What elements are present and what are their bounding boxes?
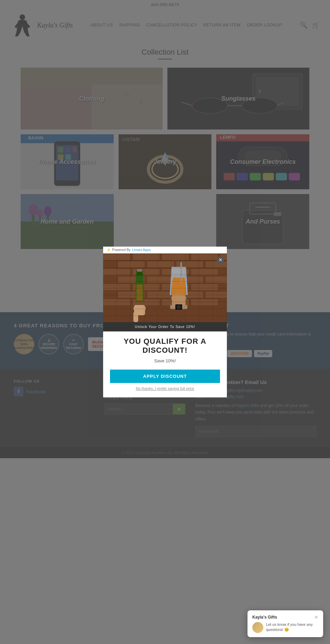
svg-rect-72	[132, 269, 160, 275]
svg-rect-75	[118, 276, 145, 283]
svg-rect-78	[205, 276, 227, 283]
svg-rect-67	[118, 261, 145, 268]
svg-rect-80	[132, 284, 160, 291]
svg-rect-83	[118, 291, 145, 298]
apply-discount-button[interactable]: APPLY DISCOUNT	[110, 370, 220, 383]
modal-backdrop[interactable]: ⚡ Powered By Limani Apps	[0, 0, 330, 458]
svg-rect-74	[191, 269, 218, 275]
powered-by-label: Powered By	[112, 248, 131, 252]
svg-rect-87	[103, 299, 131, 306]
svg-rect-104	[103, 253, 227, 322]
svg-rect-94	[136, 284, 143, 301]
modal-powered-bar: ⚡ Powered By Limani Apps	[103, 247, 227, 253]
modal-headline: YOU QUALIFY FOR A DISCOUNT!	[110, 337, 220, 355]
svg-rect-70	[205, 261, 227, 268]
svg-rect-64	[162, 253, 189, 260]
svg-rect-71	[103, 269, 131, 275]
modal-decline-link[interactable]: No thanks, I prefer paying full price	[110, 386, 220, 391]
svg-rect-98	[180, 262, 182, 283]
svg-point-95	[133, 305, 146, 312]
svg-rect-91	[136, 274, 143, 302]
svg-point-99	[171, 294, 186, 302]
powered-app-label: Limani Apps	[132, 248, 151, 252]
svg-rect-93	[137, 269, 142, 272]
svg-rect-82	[191, 284, 218, 291]
svg-rect-90	[191, 299, 218, 306]
svg-rect-85	[176, 291, 204, 298]
svg-rect-96	[134, 305, 145, 315]
modal-subtext: Save 10%!	[110, 358, 220, 364]
svg-rect-92	[136, 271, 143, 276]
svg-rect-88	[132, 299, 160, 306]
discount-modal: ⚡ Powered By Limani Apps	[103, 247, 227, 398]
svg-rect-101	[170, 305, 187, 309]
svg-rect-68	[147, 261, 174, 268]
svg-rect-84	[147, 291, 174, 298]
modal-title-bar: Unlock Your Order To Save 10%!	[103, 322, 227, 331]
modal-promo-bar-text: Unlock Your Order To Save 10%!	[135, 325, 195, 329]
svg-rect-76	[147, 276, 174, 283]
svg-rect-102	[175, 304, 182, 310]
svg-rect-63	[132, 253, 160, 260]
svg-point-103	[177, 305, 181, 309]
svg-rect-81	[162, 284, 189, 291]
svg-rect-77	[176, 276, 204, 283]
svg-rect-97	[133, 312, 138, 322]
svg-rect-62	[103, 253, 131, 260]
svg-rect-89	[162, 299, 189, 306]
modal-body: YOU QUALIFY FOR A DISCOUNT! Save 10%! AP…	[103, 331, 227, 398]
svg-rect-100	[172, 295, 186, 307]
svg-rect-61	[103, 253, 227, 322]
powered-icon: ⚡	[107, 248, 111, 252]
svg-rect-73	[162, 269, 189, 275]
svg-rect-69	[176, 261, 204, 268]
modal-image: ✕	[103, 253, 227, 322]
svg-rect-86	[205, 291, 227, 298]
svg-rect-79	[103, 284, 131, 291]
svg-rect-65	[191, 253, 218, 260]
modal-close-button[interactable]: ✕	[217, 256, 224, 264]
